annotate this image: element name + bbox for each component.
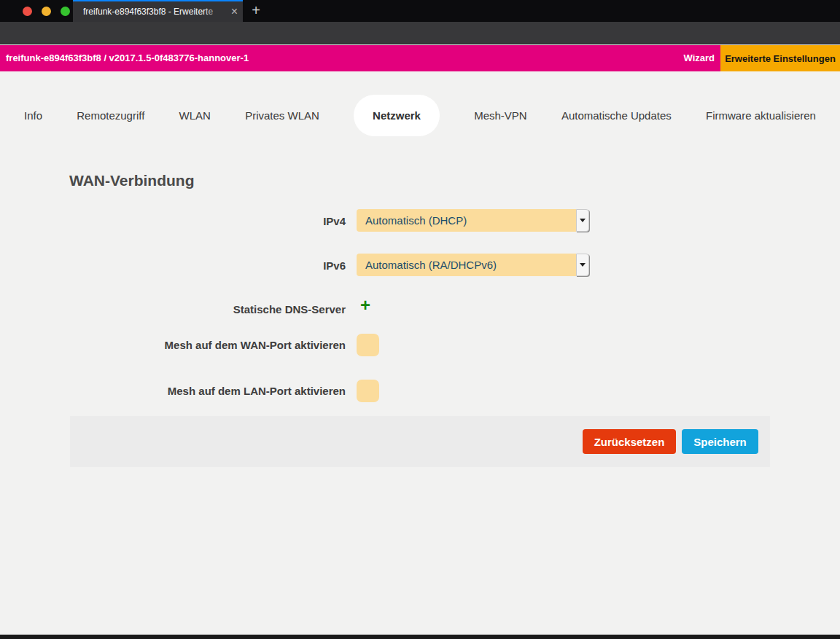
node-name-version: freifunk-e894f63f3bf8 / v2017.1.5-0f4837… xyxy=(6,45,249,71)
dropdown-arrow-icon[interactable] xyxy=(576,254,589,276)
wizard-link[interactable]: Wizard xyxy=(684,45,715,71)
dropdown-arrow-icon[interactable] xyxy=(576,209,589,232)
ipv4-label: IPv4 xyxy=(323,215,346,227)
window-minimize-icon[interactable] xyxy=(42,7,51,16)
browser-tab[interactable]: freifunk-e894f63f3bf8 - Erweiterte × xyxy=(73,0,243,22)
window-close-icon[interactable] xyxy=(23,7,32,16)
ipv6-select-value: Automatisch (RA/DHCPv6) xyxy=(357,254,576,276)
tab-remotezugriff[interactable]: Remotezugriff xyxy=(77,109,144,122)
screen: freifunk-e894f63f3bf8 - Erweiterte × + ←… xyxy=(0,0,840,639)
page-title: WAN-Verbindung xyxy=(69,172,195,189)
browser-tab-title: freifunk-e894f63f3bf8 - Erweiterte xyxy=(83,1,219,22)
ipv4-select[interactable]: Automatisch (DHCP) xyxy=(357,209,589,232)
ipv4-select-value: Automatisch (DHCP) xyxy=(357,209,576,232)
save-button[interactable]: Speichern xyxy=(682,429,758,454)
tab-info[interactable]: Info xyxy=(24,109,42,122)
mesh-wan-checkbox[interactable] xyxy=(357,334,379,356)
mesh-lan-label: Mesh auf dem LAN-Port aktivieren xyxy=(168,385,346,397)
add-dns-server-icon[interactable]: + xyxy=(360,297,370,314)
tab-mesh-vpn[interactable]: Mesh-VPN xyxy=(474,109,527,122)
new-tab-button[interactable]: + xyxy=(246,0,265,22)
window-zoom-icon[interactable] xyxy=(61,7,70,16)
browser-toolbar: ← → 192.168.1.1 /cgi-bin/config/admin/ne… xyxy=(0,22,840,44)
browser-tab-bar: freifunk-e894f63f3bf8 - Erweiterte × + xyxy=(0,0,840,22)
ipv6-select[interactable]: Automatisch (RA/DHCPv6) xyxy=(357,254,589,276)
tab-wlan[interactable]: WLAN xyxy=(179,109,211,122)
form-footer: Zurücksetzen Speichern xyxy=(70,416,770,467)
tab-automatische-updates[interactable]: Automatische Updates xyxy=(561,109,672,122)
tab-close-icon[interactable]: × xyxy=(231,1,238,22)
window-bottom-edge xyxy=(0,635,840,639)
tab-firmware-aktualisieren[interactable]: Firmware aktualisieren xyxy=(706,109,816,122)
site-header: freifunk-e894f63f3bf8 / v2017.1.5-0f4837… xyxy=(0,45,840,71)
advanced-settings-button[interactable]: Erweiterte Einstellungen xyxy=(720,45,840,71)
tab-privates-wlan[interactable]: Privates WLAN xyxy=(245,109,319,122)
mesh-wan-label: Mesh auf dem WAN-Port aktivieren xyxy=(165,339,346,351)
tab-title-fade xyxy=(203,3,222,22)
reset-button[interactable]: Zurücksetzen xyxy=(583,429,676,454)
page-tab-nav: Info Remotezugriff WLAN Privates WLAN Ne… xyxy=(24,95,816,136)
static-dns-label: Statische DNS-Server xyxy=(233,303,346,315)
tab-netzwerk[interactable]: Netzwerk xyxy=(354,95,440,136)
ipv6-label: IPv6 xyxy=(323,259,346,272)
mesh-lan-checkbox[interactable] xyxy=(357,380,379,402)
